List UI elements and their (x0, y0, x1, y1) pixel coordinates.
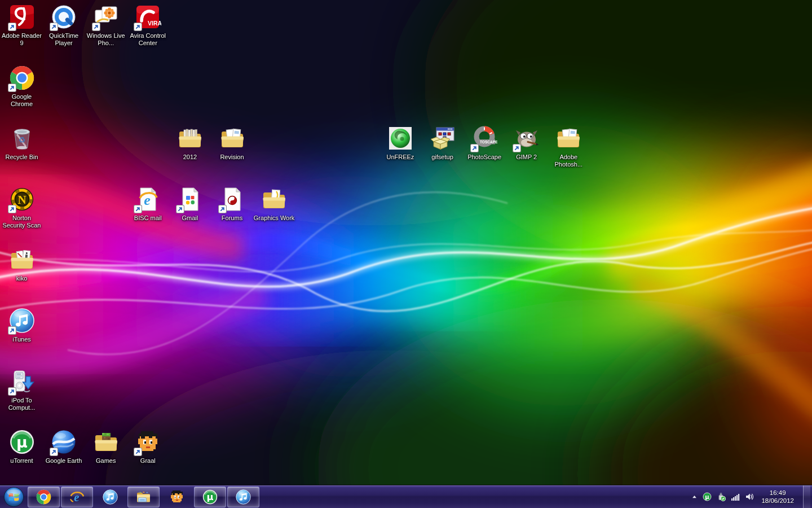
desktop-icon-label: Games (96, 457, 116, 465)
taskbar-button-windows-explorer[interactable] (127, 487, 160, 507)
chevron-up-icon (691, 494, 698, 500)
taskbar-button-utorrent[interactable]: µ (194, 487, 226, 507)
desktop-icon-graal[interactable]: Graal (127, 428, 169, 465)
desktop-icon-games[interactable]: Games (85, 428, 127, 465)
desktop-icon-graphics-work[interactable]: Graphics Work (253, 186, 295, 222)
desktop-icon-gmail[interactable]: Gmail (169, 186, 211, 222)
desktop-icon-folder-revision[interactable]: Revision (211, 125, 253, 161)
photoscape-icon: TOSCAPE (471, 125, 498, 152)
tray-show-hidden-icons[interactable] (691, 494, 698, 500)
norton-icon: N (8, 186, 36, 213)
desktop-icon-label: UnFREEz (386, 154, 414, 161)
shortcut-arrow-icon (218, 205, 227, 213)
gimp-icon (513, 125, 540, 152)
quicktime-icon (50, 3, 77, 30)
ipod-sync-icon (8, 368, 36, 395)
taskbar-button-chrome[interactable] (28, 487, 60, 507)
shortcut-arrow-icon (176, 205, 184, 213)
desktop-icon-label: Forums (222, 214, 242, 222)
desktop-icon-forums[interactable]: Forums (211, 186, 253, 222)
desktop-icon-label: QuickTime Player (43, 32, 85, 47)
desktop-icon-label: BISC mail (134, 214, 162, 222)
desktop-icon-itunes[interactable]: iTunes (1, 307, 43, 343)
gifsetup-icon (429, 125, 456, 152)
shortcut-arrow-icon (470, 144, 479, 152)
folder-photos-icon (8, 246, 36, 273)
usb-icon (717, 492, 726, 501)
taskbar-clock[interactable]: 16:49 18/06/2012 (761, 489, 794, 505)
desktop-icon-utorrent[interactable]: µ uTorrent (1, 428, 43, 465)
tray-volume[interactable] (745, 492, 754, 501)
desktop-icon-gifsetup[interactable]: gifsetup (421, 125, 464, 161)
desktop-icon-adobe-reader-9[interactable]: Adobe Reader 9 (1, 3, 43, 47)
volume-icon (745, 492, 754, 501)
shortcut-arrow-icon (513, 144, 521, 152)
start-button[interactable] (0, 485, 27, 508)
desktop-icon-label: iPod To Comput... (1, 397, 43, 411)
taskbar-button-graal[interactable] (161, 487, 193, 507)
ie-icon: e (69, 489, 85, 505)
tray-icons: µ (691, 492, 754, 501)
utorrent-icon: µ (8, 428, 36, 456)
desktop-icon-label: Graal (140, 457, 156, 465)
tray-network[interactable] (731, 492, 740, 501)
desktop-icon-label: Revision (220, 154, 244, 161)
desktop-icon-norton-security-scan[interactable]: N Norton Security Scan (1, 186, 43, 229)
taskbar: e µ µ 16:49 (0, 485, 812, 508)
system-tray: µ 16:49 18/06/2012 (691, 485, 812, 508)
desktop-icon-label: Adobe Reader 9 (1, 32, 43, 47)
show-desktop-button[interactable] (803, 485, 810, 508)
desktop-icon-gimp-2[interactable]: GIMP 2 (505, 125, 548, 161)
desktop-icon-photoscape[interactable]: TOSCAPE PhotoScape (464, 125, 506, 161)
taskbar-buttons: e µ (27, 485, 260, 508)
desktop-icon-ipod-to-computer[interactable]: iPod To Comput... (1, 368, 43, 411)
tray-utorrent-tray[interactable]: µ (703, 492, 712, 501)
shortcut-arrow-icon (8, 84, 16, 92)
desktop-icon-adobe-photoshop-folder[interactable]: Adobe Photosh... (548, 125, 590, 168)
desktop-icon-label: Avira Control Center (127, 32, 169, 47)
desktop-icon-label: Google Earth (46, 457, 82, 465)
desktop-icon-bisc-mail[interactable]: e BISC mail (127, 186, 169, 222)
shortcut-arrow-icon (8, 326, 16, 335)
desktop[interactable]: Adobe Reader 9 QuickTime Player Windows … (0, 0, 812, 508)
desktop-icon-avira-control-center[interactable]: VIRA Avira Control Center (127, 3, 169, 47)
desktop-icon-google-chrome[interactable]: Google Chrome (1, 64, 43, 108)
desktop-icon-label: iTunes (12, 336, 31, 343)
desktop-icon-label: PhotoScape (467, 154, 501, 161)
folder-docs-icon (219, 125, 246, 152)
itunes-icon (102, 489, 118, 505)
desktop-icon-recycle-bin[interactable]: ♻ Recycle Bin (1, 125, 43, 161)
desktop-icon-label: Gmail (182, 214, 198, 222)
desktop-icon-label: uTorrent (10, 457, 33, 465)
graal-icon (169, 489, 185, 505)
desktop-icon-label: kiko (16, 275, 28, 282)
doc-yinyang-icon (219, 186, 246, 213)
desktop-icon-label: Adobe Photosh... (548, 154, 590, 168)
folder-paper-icon (261, 186, 288, 213)
desktop-icon-google-earth[interactable]: Google Earth (43, 428, 85, 465)
desktop-icon-quicktime-player[interactable]: QuickTime Player (43, 3, 85, 47)
recycle-bin-icon: ♻ (8, 125, 36, 152)
desktop-icon-unfreez[interactable]: UnFREEz (379, 125, 421, 161)
chrome-icon (36, 489, 52, 505)
adobe-reader-icon (8, 3, 36, 30)
tray-usb-device[interactable] (717, 492, 726, 501)
taskbar-button-itunes-pinned[interactable] (94, 487, 126, 507)
desktop-icon-label: gifsetup (431, 154, 453, 161)
itunes-icon (235, 489, 251, 505)
desktop-icon-kiko[interactable]: kiko (1, 246, 43, 282)
desktop-icon-windows-live-photo[interactable]: Windows Live Pho... (85, 3, 127, 47)
desktop-icon-grid: Adobe Reader 9 QuickTime Player Windows … (0, 0, 812, 485)
desktop-icon-label: Google Chrome (1, 93, 43, 108)
desktop-icon-folder-2012[interactable]: 2012 (169, 125, 211, 161)
itunes-icon (8, 307, 36, 334)
folder-full-icon (176, 125, 204, 152)
taskbar-button-internet-explorer[interactable]: e (61, 487, 93, 507)
svg-text:TOSCAPE: TOSCAPE (480, 140, 498, 144)
svg-text:µ: µ (207, 492, 214, 502)
desktop-icon-label: Graphics Work (254, 214, 295, 222)
doc-ie-icon: e (134, 186, 161, 213)
taskbar-button-itunes[interactable] (227, 487, 259, 507)
explorer-icon (135, 489, 152, 505)
signal-icon (731, 492, 740, 501)
